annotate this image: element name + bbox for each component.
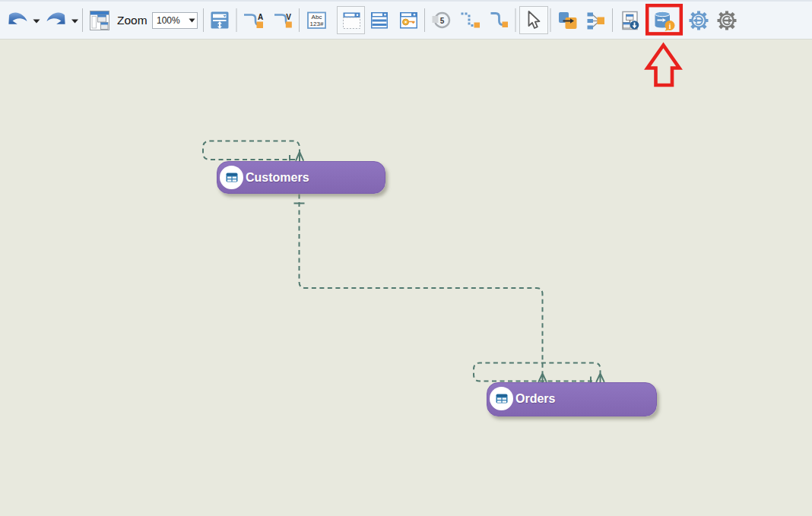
svg-text:100%: 100% [157,15,180,26]
svg-text:5: 5 [440,17,445,25]
svg-text:123#: 123# [310,21,324,27]
svg-text:i: i [669,23,671,30]
svg-text:A: A [258,13,263,21]
svg-text:Zoom: Zoom [117,14,147,27]
svg-text:V: V [286,13,291,21]
